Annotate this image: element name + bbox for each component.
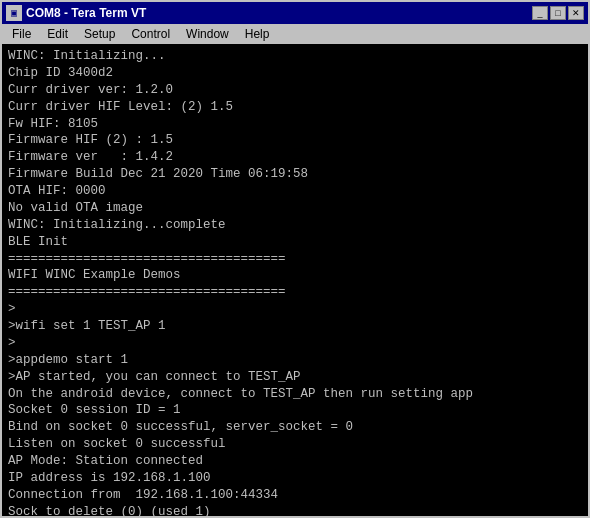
menu-item-setup[interactable]: Setup xyxy=(76,26,123,42)
terminal-line: Listen on socket 0 successful xyxy=(8,436,582,453)
menu-item-window[interactable]: Window xyxy=(178,26,237,42)
terminal-line: Connection from 192.168.1.100:44334 xyxy=(8,487,582,504)
terminal-line: WINC: Initializing...complete xyxy=(8,217,582,234)
terminal-output[interactable]: WINC: Initializing...Chip ID 3400d2Curr … xyxy=(2,44,588,516)
terminal-line: >wifi set 1 TEST_AP 1 xyxy=(8,318,582,335)
terminal-line: Fw HIF: 8105 xyxy=(8,116,582,133)
terminal-line: Socket 0 session ID = 1 xyxy=(8,402,582,419)
menu-item-file[interactable]: File xyxy=(4,26,39,42)
terminal-line: >AP started, you can connect to TEST_AP xyxy=(8,369,582,386)
close-button[interactable]: ✕ xyxy=(568,6,584,20)
terminal-line: WINC: Initializing... xyxy=(8,48,582,65)
maximize-button[interactable]: □ xyxy=(550,6,566,20)
terminal-line: ===================================== xyxy=(8,251,582,268)
terminal-line: > xyxy=(8,335,582,352)
terminal-line: Firmware HIF (2) : 1.5 xyxy=(8,132,582,149)
window-title: COM8 - Tera Term VT xyxy=(26,6,528,20)
menu-bar: FileEditSetupControlWindowHelp xyxy=(2,24,588,44)
terminal-line: > xyxy=(8,301,582,318)
terminal-line: AP Mode: Station connected xyxy=(8,453,582,470)
terminal-line: Bind on socket 0 successful, server_sock… xyxy=(8,419,582,436)
terminal-line: Curr driver ver: 1.2.0 xyxy=(8,82,582,99)
title-bar: ▣ COM8 - Tera Term VT _ □ ✕ xyxy=(2,2,588,24)
terminal-line: Chip ID 3400d2 xyxy=(8,65,582,82)
terminal-line: Firmware Build Dec 21 2020 Time 06:19:58 xyxy=(8,166,582,183)
title-bar-buttons: _ □ ✕ xyxy=(532,6,584,20)
window-icon: ▣ xyxy=(6,5,22,21)
menu-item-control[interactable]: Control xyxy=(123,26,178,42)
menu-item-edit[interactable]: Edit xyxy=(39,26,76,42)
terminal-line: Curr driver HIF Level: (2) 1.5 xyxy=(8,99,582,116)
terminal-line: Firmware ver : 1.4.2 xyxy=(8,149,582,166)
terminal-line: IP address is 192.168.1.100 xyxy=(8,470,582,487)
main-window: ▣ COM8 - Tera Term VT _ □ ✕ FileEditSetu… xyxy=(0,0,590,518)
terminal-line: BLE Init xyxy=(8,234,582,251)
terminal-line: >appdemo start 1 xyxy=(8,352,582,369)
menu-item-help[interactable]: Help xyxy=(237,26,278,42)
terminal-line: Sock to delete (0) (used 1) xyxy=(8,504,582,516)
terminal-line: On the android device, connect to TEST_A… xyxy=(8,386,582,403)
terminal-line: ===================================== xyxy=(8,284,582,301)
terminal-line: OTA HIF: 0000 xyxy=(8,183,582,200)
terminal-line: WIFI WINC Example Demos xyxy=(8,267,582,284)
minimize-button[interactable]: _ xyxy=(532,6,548,20)
terminal-line: No valid OTA image xyxy=(8,200,582,217)
